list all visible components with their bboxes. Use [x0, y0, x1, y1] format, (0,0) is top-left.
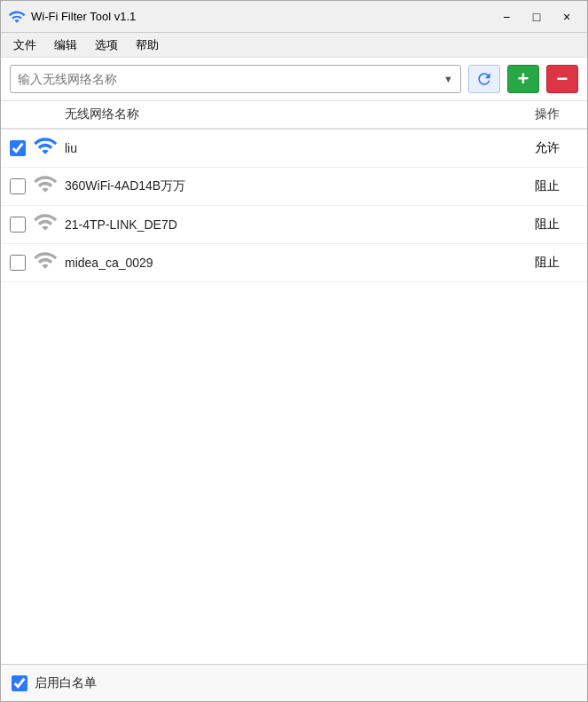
- add-button[interactable]: +: [507, 65, 539, 93]
- wifi-title-icon: [8, 8, 26, 26]
- title-controls: − □ ×: [493, 7, 580, 27]
- row-status-2: 阻止: [516, 217, 578, 233]
- menu-edit[interactable]: 编辑: [45, 35, 86, 55]
- search-input[interactable]: [18, 72, 443, 86]
- wifi-icon-1: [33, 175, 58, 198]
- title-bar: Wi-Fi Filter Tool v1.1 − □ ×: [1, 1, 587, 33]
- refresh-button[interactable]: [468, 65, 500, 93]
- minimize-button[interactable]: −: [493, 7, 520, 27]
- toolbar: ▼ + −: [1, 58, 587, 101]
- refresh-icon: [475, 70, 493, 88]
- row-name-3: midea_ca_0029: [65, 256, 516, 270]
- table-header: 无线网络名称 操作: [1, 101, 587, 130]
- wifi-icon-2: [33, 213, 58, 236]
- whitelist-checkbox[interactable]: [12, 675, 27, 691]
- row-checkbox-3[interactable]: [10, 255, 26, 271]
- combo-arrow-icon[interactable]: ▼: [443, 74, 453, 84]
- footer: 启用白名单: [1, 664, 587, 701]
- row-name-0: liu: [65, 141, 516, 155]
- row-name-2: 21-4TP-LINK_DE7D: [65, 217, 516, 232]
- close-button[interactable]: ×: [553, 7, 580, 27]
- maximize-button[interactable]: □: [523, 7, 550, 27]
- col-action-header: 操作: [516, 106, 578, 122]
- main-window: Wi-Fi Filter Tool v1.1 − □ × 文件 编辑 选项 帮助…: [0, 0, 588, 702]
- title-bar-left: Wi-Fi Filter Tool v1.1: [8, 8, 136, 26]
- table-row: midea_ca_0029 阻止: [1, 244, 587, 282]
- row-checkbox-1[interactable]: [10, 178, 26, 194]
- table-row: 21-4TP-LINK_DE7D 阻止: [1, 206, 587, 244]
- table-body: liu 允许 360WiFi-4AD14B万万 阻止 21-4TP-LINK_D…: [1, 130, 587, 664]
- row-checkbox-2[interactable]: [10, 217, 26, 233]
- row-status-0: 允许: [516, 140, 578, 156]
- window-title: Wi-Fi Filter Tool v1.1: [31, 10, 136, 23]
- menu-file[interactable]: 文件: [4, 35, 45, 55]
- search-combo[interactable]: ▼: [10, 65, 461, 93]
- table-row: liu 允许: [1, 130, 587, 168]
- table-row: 360WiFi-4AD14B万万 阻止: [1, 168, 587, 206]
- row-name-1: 360WiFi-4AD14B万万: [65, 178, 516, 194]
- whitelist-label: 启用白名单: [35, 675, 97, 691]
- wifi-icon-3: [33, 251, 58, 274]
- wifi-icon-0: [33, 137, 58, 160]
- menu-options[interactable]: 选项: [86, 35, 127, 55]
- menu-help[interactable]: 帮助: [127, 35, 168, 55]
- row-status-1: 阻止: [516, 178, 578, 194]
- row-status-3: 阻止: [516, 255, 578, 271]
- row-checkbox-0[interactable]: [10, 140, 26, 156]
- remove-button[interactable]: −: [546, 65, 578, 93]
- menu-bar: 文件 编辑 选项 帮助: [1, 33, 587, 58]
- col-name-header: 无线网络名称: [65, 106, 516, 122]
